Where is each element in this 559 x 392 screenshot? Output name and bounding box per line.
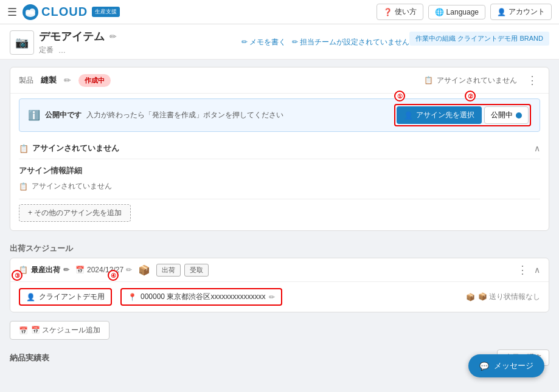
circle-1-label: ①	[394, 91, 405, 101]
assign-status-text: アサインされていません	[437, 75, 517, 86]
info-icon: ℹ️	[28, 109, 40, 121]
main-card: 製品 縫製 ✏ 作成中 📋 アサインされていません ⋮ ℹ️ 公開中です 入力が…	[10, 67, 549, 231]
logo-area: CLOUD 生産支援	[22, 4, 120, 21]
info-action-row: ℹ️ 公開中です 入力が終わったら「発注書を作成」ボタンを押してください ① ②…	[19, 98, 540, 132]
public-toggle-button[interactable]: 公開中	[484, 106, 529, 124]
assign-status: 📋 アサインされていません	[424, 75, 517, 86]
add-schedule-button[interactable]: 📅 📅 スケジュール追加	[10, 321, 109, 340]
assign-list-icon: 📋	[424, 76, 433, 84]
org-badge: 作業中の組織 クライアントデモ用 BRAND	[409, 32, 549, 46]
address-text: 000000 東京都渋谷区xxxxxxxxxxxxxxx	[141, 292, 265, 302]
logo-sub: 生産支援	[92, 7, 120, 17]
assign-divider	[19, 199, 540, 199]
product-edit-icon[interactable]: ✏	[64, 75, 71, 85]
add-assign-button[interactable]: + その他のアサイン先を追加	[19, 204, 131, 222]
highlight-action-box: 👤 アサイン先を選択 公開中	[394, 104, 531, 126]
assign-section: 📋 アサインされていません ∧ アサイン情報詳細 📋 アサインされていません +…	[10, 137, 549, 230]
schedule-tags: 出荷 受取	[156, 264, 209, 277]
schedule-more-menu[interactable]: ⋮	[515, 263, 530, 277]
product-more-menu[interactable]: ⋮	[524, 74, 540, 87]
item-title-edit-icon[interactable]: ✏	[109, 32, 117, 41]
delivery-icon-area: 📦	[138, 264, 150, 276]
camera-icon: 📷	[15, 36, 29, 49]
circle-2-label: ②	[465, 91, 476, 101]
globe-icon: 🌐	[435, 8, 444, 16]
item-title: デモアイテム	[39, 29, 105, 44]
schedule-date: 📅 2024/12/27 ✏	[75, 266, 132, 274]
schedule-collapse-icon[interactable]: ∧	[534, 265, 540, 275]
address-edit-icon[interactable]: ✏	[269, 293, 275, 301]
language-button[interactable]: 🌐 Language	[428, 5, 485, 19]
schedule-section: 出荷スケジュール 📋 最産出荷 ✏ 📅 2024/12/27 ✏ 📦	[10, 238, 549, 340]
assign-not-assigned-label: 📋 アサインされていません	[19, 181, 540, 191]
header-left: ☰ CLOUD 生産支援	[7, 4, 120, 21]
title-bar: 📷 デモアイテム ✏ 定番 … ✏ メモを書く ✏ 担当チームが設定されていませ…	[0, 24, 559, 60]
location-icon: 📍	[128, 293, 137, 301]
action-buttons-area: ① ② 👤 アサイン先を選択 公開中	[394, 104, 531, 126]
assign-section-title: 📋 アサインされていません	[19, 143, 119, 154]
app-header: ☰ CLOUD 生産支援 ❓ 使い方 🌐 Language 👤 アカウント	[0, 0, 559, 24]
memo-button[interactable]: ✏ メモを書く	[241, 37, 286, 47]
assign-list-icon3: 📋	[19, 182, 28, 191]
delivery-title: 納品実績表	[10, 352, 49, 363]
tracking-text: 📦 送り状情報なし	[478, 292, 540, 302]
add-schedule-area: 📅 📅 スケジュール追加	[10, 318, 549, 340]
schedule-section-title: 出荷スケジュール	[10, 238, 549, 258]
svg-point-3	[29, 9, 35, 15]
how-to-button[interactable]: ❓ 使い方	[377, 4, 423, 20]
schedule-body: ③ ④ 👤 クライアントデモ用 📍 000000 東京都渋谷区xxxxxxxxx…	[10, 282, 549, 312]
item-info: デモアイテム ✏ 定番 …	[39, 29, 117, 55]
header-right: ❓ 使い方 🌐 Language 👤 アカウント	[377, 4, 552, 20]
info-bar: ℹ️ 公開中です 入力が終わったら「発注書を作成」ボタンを押してください ① ②…	[19, 98, 540, 132]
assign-detail: アサイン情報詳細 📋 アサインされていません + その他のアサイン先を追加	[19, 165, 540, 222]
schedule-title-text: 📋 最産出荷 ✏	[19, 265, 69, 275]
status-chip: 作成中	[78, 74, 111, 87]
public-status-text: 公開中です	[45, 110, 82, 120]
assign-select-button[interactable]: 👤 アサイン先を選択	[397, 106, 482, 124]
user-icon: 👤	[497, 8, 506, 16]
chat-icon: 💬	[479, 362, 489, 371]
product-name: 縫製	[41, 75, 57, 86]
item-photo-placeholder: 📷	[10, 30, 34, 55]
logo-icon	[22, 4, 39, 21]
product-bar: 製品 縫製 ✏ 作成中 📋 アサインされていません ⋮	[10, 67, 549, 94]
schedule-header-right: ⋮ ∧	[515, 263, 540, 277]
info-detail-text: 入力が終わったら「発注書を作成」ボタンを押してください	[86, 110, 283, 120]
main-content: 製品 縫製 ✏ 作成中 📋 アサインされていません ⋮ ℹ️ 公開中です 入力が…	[0, 60, 559, 377]
calendar-icon2: 📅	[19, 326, 28, 335]
account-button[interactable]: 👤 アカウント	[490, 4, 552, 20]
client-person-icon: 👤	[26, 293, 35, 301]
box-icon: 📦	[138, 264, 150, 276]
address-highlight-box: 📍 000000 東京都渋谷区xxxxxxxxxxxxxxx ✏	[120, 288, 282, 306]
client-name: クライアントデモ用	[39, 292, 105, 302]
hamburger-menu[interactable]: ☰	[7, 5, 17, 19]
client-highlight-box: 👤 クライアントデモ用	[19, 288, 112, 306]
product-label-text: 製品	[19, 75, 33, 86]
schedule-title-edit-icon[interactable]: ✏	[63, 266, 69, 274]
circle-3-label: ③	[12, 270, 23, 281]
public-dot-indicator	[516, 112, 522, 119]
assign-person-icon: 👤	[404, 111, 413, 120]
circle-4-label: ④	[108, 270, 119, 281]
logo-text: CLOUD	[41, 5, 88, 19]
assign-detail-title: アサイン情報詳細	[19, 165, 540, 176]
item-subtitle: 定番 …	[39, 45, 117, 55]
message-fab-label: メッセージ	[494, 360, 533, 371]
tag-chip-receive: 受取	[184, 264, 209, 277]
title-actions: ✏ メモを書く ✏ 担当チームが設定されていません	[241, 37, 410, 47]
tag-chip-ship: 出荷	[156, 264, 181, 277]
assign-section-header: 📋 アサインされていません ∧	[19, 137, 540, 159]
schedule-header: 📋 最産出荷 ✏ 📅 2024/12/27 ✏ 📦 出荷 受取 ⋮	[10, 258, 549, 282]
team-button[interactable]: ✏ 担当チームが設定されていません	[292, 37, 409, 47]
collapse-arrow-icon[interactable]: ∧	[534, 143, 540, 153]
tracking-info: 📦 📦 送り状情報なし	[466, 292, 540, 302]
question-icon: ❓	[383, 8, 392, 16]
calendar-icon: 📅	[75, 266, 85, 274]
title-row: 📷 デモアイテム ✏ 定番 … ✏ メモを書く ✏ 担当チームが設定されていませ…	[10, 29, 409, 55]
schedule-card: 📋 最産出荷 ✏ 📅 2024/12/27 ✏ 📦 出荷 受取 ⋮	[10, 258, 549, 312]
message-fab-button[interactable]: 💬 メッセージ	[468, 354, 544, 377]
schedule-date-edit-icon[interactable]: ✏	[126, 266, 132, 274]
assign-list-icon2: 📋	[19, 144, 29, 153]
box-icon2: 📦	[466, 293, 475, 301]
